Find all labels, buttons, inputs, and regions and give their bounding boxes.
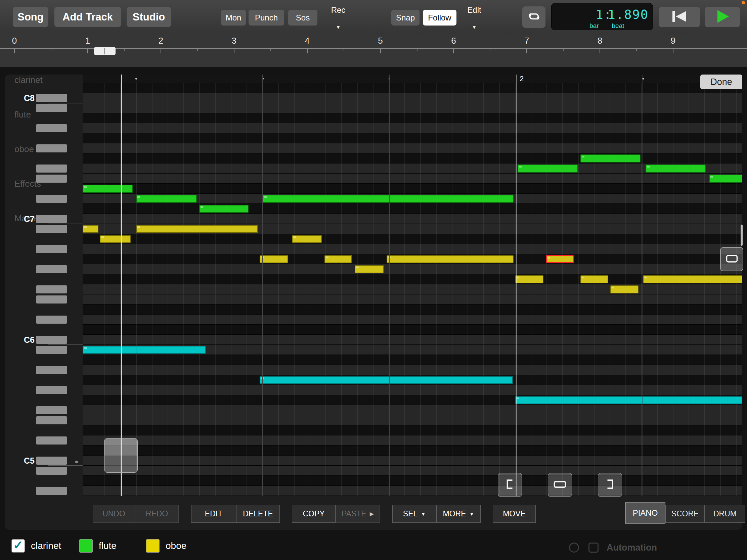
keyboard-drag-handle[interactable]	[104, 438, 138, 473]
note-flute[interactable]	[646, 164, 706, 172]
ruler-half-tick	[343, 49, 344, 51]
piano-key[interactable]	[36, 144, 67, 153]
piano-key[interactable]	[36, 487, 67, 495]
selection-start-button[interactable]	[498, 473, 522, 497]
bar-dot	[642, 78, 644, 80]
paste-button[interactable]: PASTE ▶	[336, 505, 380, 523]
selection-end-button[interactable]	[598, 473, 622, 497]
piano-key[interactable]	[36, 366, 67, 374]
note-flute[interactable]	[199, 205, 249, 213]
song-button[interactable]: Song	[13, 7, 48, 27]
add-track-button[interactable]: Add Track	[54, 7, 121, 27]
piano-key[interactable]	[36, 124, 67, 132]
note-clarinet[interactable]	[83, 346, 206, 354]
ruler-number: 8	[587, 35, 613, 46]
ruler-half-tick	[636, 49, 637, 51]
redo-button[interactable]: REDO	[135, 505, 179, 523]
piano-key[interactable]	[36, 466, 67, 475]
piano-key[interactable]	[36, 386, 67, 394]
ruler-half-tick	[197, 49, 198, 51]
piano-key[interactable]	[36, 265, 67, 273]
edit-menu[interactable]: Edit ▼	[460, 5, 488, 30]
piano-key[interactable]	[36, 215, 67, 223]
ruler-half-tick	[51, 49, 51, 51]
delete-button[interactable]: DELETE	[236, 505, 280, 523]
dim-square-icon	[589, 542, 598, 553]
tab-drum[interactable]: DRUM	[705, 505, 745, 523]
follow-button[interactable]: Follow	[423, 10, 457, 26]
note-oboe[interactable]	[387, 255, 514, 263]
note-oboe[interactable]	[643, 275, 742, 283]
timeline-ruler[interactable]: 0123456789	[0, 33, 747, 67]
loop-button[interactable]	[522, 6, 545, 28]
tab-score[interactable]: SCORE	[665, 505, 705, 523]
mon-button[interactable]: Mon	[221, 10, 246, 26]
note-oboe[interactable]	[136, 225, 258, 233]
piano-key[interactable]	[36, 175, 67, 183]
piano-key[interactable]	[36, 285, 67, 293]
selection-region-button[interactable]	[548, 473, 572, 497]
note-oboe[interactable]	[581, 275, 608, 283]
note-start-mark	[644, 277, 647, 278]
note-flute[interactable]	[709, 175, 742, 183]
octave-label: C5	[20, 456, 34, 465]
piano-key[interactable]	[36, 195, 67, 203]
piano-key[interactable]	[36, 457, 67, 465]
move-button[interactable]: MOVE	[493, 505, 536, 523]
select-menu-button[interactable]: SEL ▼	[392, 505, 436, 523]
note-flute[interactable]	[83, 185, 133, 193]
piano-key[interactable]	[36, 104, 67, 112]
piano-key[interactable]	[36, 245, 67, 253]
note-oboe[interactable]	[100, 235, 131, 243]
piano-key[interactable]	[36, 316, 67, 324]
vertical-scrollbar[interactable]	[741, 224, 743, 246]
rec-menu[interactable]: Rec ▼	[323, 5, 353, 30]
piano-key[interactable]	[36, 416, 67, 424]
piano-key[interactable]	[36, 295, 67, 303]
copy-button[interactable]: COPY	[292, 505, 336, 523]
snap-button[interactable]: Snap	[391, 10, 419, 26]
note-clarinet[interactable]	[515, 396, 742, 404]
note-oboe[interactable]	[83, 225, 98, 233]
rewind-button[interactable]	[659, 7, 700, 27]
undo-button[interactable]: UNDO	[93, 505, 135, 523]
edit-button[interactable]: EDIT	[191, 505, 236, 523]
note-flute[interactable]	[263, 195, 514, 203]
tab-piano[interactable]: PIANO	[625, 502, 665, 524]
note-oboe[interactable]	[355, 265, 384, 273]
note-oboe[interactable]	[546, 255, 574, 263]
more-menu-button[interactable]: MORE ▼	[436, 505, 481, 523]
note-oboe[interactable]	[610, 285, 639, 293]
note-layer[interactable]	[83, 83, 742, 496]
note-oboe[interactable]	[260, 255, 288, 263]
piano-key[interactable]	[36, 94, 67, 102]
piano-key[interactable]	[36, 164, 67, 172]
piano-key[interactable]	[36, 346, 67, 354]
note-oboe[interactable]	[292, 235, 322, 243]
ruler-number: 1	[74, 35, 101, 46]
ruler-tick	[599, 49, 600, 53]
piano-key[interactable]	[36, 406, 67, 414]
background-bottom-bar: Automation	[0, 541, 747, 556]
note-start-mark	[517, 277, 519, 278]
note-oboe[interactable]	[515, 275, 543, 283]
timeline-slider[interactable]	[94, 47, 115, 55]
done-button[interactable]: Done	[700, 75, 742, 89]
play-button[interactable]	[705, 7, 740, 27]
note-tool-widget[interactable]	[720, 247, 743, 271]
octave-label: C7	[20, 215, 34, 223]
piano-key[interactable]	[36, 436, 67, 445]
sos-button[interactable]: Sos	[288, 10, 317, 26]
studio-button[interactable]: Studio	[127, 7, 171, 27]
delete-label: DELETE	[243, 509, 273, 518]
piano-key[interactable]	[36, 336, 67, 344]
note-shape-icon	[722, 248, 742, 270]
note-oboe[interactable]	[325, 255, 352, 263]
punch-button[interactable]: Punch	[249, 10, 284, 26]
piano-key[interactable]	[36, 225, 67, 233]
chevron-down-icon: ▼	[472, 25, 477, 30]
note-clarinet[interactable]	[260, 376, 513, 384]
note-flute[interactable]	[136, 195, 197, 203]
note-flute[interactable]	[581, 155, 641, 162]
note-flute[interactable]	[518, 164, 578, 172]
